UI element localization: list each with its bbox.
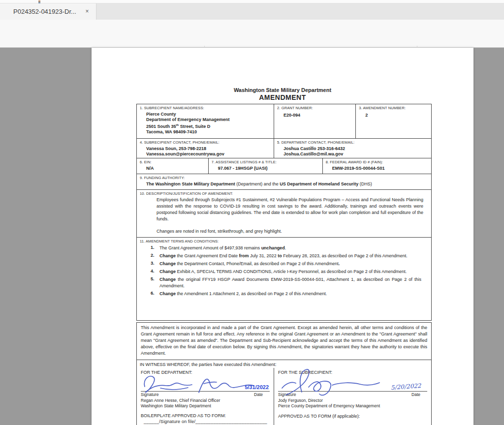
field-value: 2501 South 35th Street, Suite D (146, 122, 271, 129)
field-value: Tacoma, WA 98409-7410 (146, 129, 271, 135)
field-value: The Washington State Military Department… (146, 182, 428, 187)
cell-subrecipient-name: 1. SUBRECIPIENT NAME/ADDRESS: Pierce Cou… (137, 104, 274, 138)
term-number: 5. (151, 276, 159, 289)
field-label: 6. EIN: (140, 160, 205, 164)
cell-funding-authority: 9. FUNDING AUTHORITY: The Washington Sta… (137, 174, 431, 189)
doc-subtitle: AMENDMENT (92, 93, 473, 101)
subrecipient-signature-ink (279, 368, 387, 398)
term-number: 1. (151, 245, 159, 251)
term-text: Change the Department Contact, Phone/Ema… (159, 261, 423, 267)
term-item: 1.The Grant Agreement Amount of $497,938… (151, 245, 423, 251)
witness-line: IN WITNESS WHEREOF, the parties have exe… (137, 360, 431, 368)
term-text: Change the original FFY19 HSGP Award Doc… (159, 276, 423, 289)
term-item: 6.Change the Amendment 1 Attachment 2, a… (151, 291, 423, 297)
subrecipient-date-value: 5/20/2022 (391, 382, 421, 391)
terms-list: 1.The Grant Agreement Amount of $497,938… (151, 245, 423, 297)
field-label: 2. GRANT NUMBER: (277, 106, 352, 110)
pdf-page: Washington State Military Department AME… (92, 48, 473, 425)
tab-title: P024352-041923-Dr... (0, 8, 76, 15)
field-label: 1. SUBRECIPIENT NAME/ADDRESS: (140, 106, 271, 110)
signature-columns: FOR THE DEPARTMENT: 5/31/2022 Signa (137, 368, 431, 425)
term-number: 3. (151, 261, 159, 267)
field-label: 8. FEDERAL AWARD ID # (FAIN): (326, 160, 428, 164)
subrecipient-signer-name: Jody Ferguson, Director (278, 398, 427, 403)
toolbar: / 4389 75% (0, 20, 504, 48)
term-item: 2.Change the Grant Agreement End Date fr… (151, 253, 423, 259)
subrecipient-signature-block: FOR THE SUBRECIPIENT: 5/20/2022 Sig (274, 368, 431, 425)
approved-as-to-form-label: APPROVED AS TO FORM (if applicable): (278, 414, 427, 419)
department-signature-block: FOR THE DEPARTMENT: 5/31/2022 Signa (137, 368, 274, 425)
field-value: Department of Emergency Management (146, 117, 271, 122)
boilerplate-label: BOILERPLATE APPROVED AS TO FORM: (141, 413, 270, 418)
dept-signer-name: Regan Anne Hesse, Chief Financial Office… (141, 398, 270, 403)
dept-signer-org: Washington State Military Department (141, 403, 270, 409)
term-text: Change the Amendment 1 Attachment 2, as … (159, 291, 423, 297)
field-value: 97.067 - 19HSGP (UASI) (218, 166, 319, 171)
field-value: Pierce County (146, 112, 271, 117)
field-value: Joshua.Castillo@mil.wa.gov (284, 152, 428, 157)
description-note: Changes are noted in red font, strikethr… (157, 229, 423, 234)
dept-date-value: 5/31/2022 (245, 384, 269, 390)
cell-subrecipient-contact: 4. SUBRECIPIENT CONTACT, PHONE/EMAIL: Va… (137, 139, 274, 158)
field-value: Vanessa.soun@piercecountrywa.gov (146, 152, 271, 157)
term-text: The Grant Agreement Amount of $497,938 r… (159, 245, 423, 251)
cell-federal-award-id: 8. FEDERAL AWARD ID # (FAIN): EMW-2019-S… (322, 158, 431, 174)
cell-grant-number: 2. GRANT NUMBER: E20-094 (274, 104, 355, 138)
cell-ein: 6. EIN: N/A (137, 158, 208, 174)
field-label: 7. ASSISTANCE LISTINGS # & TITLE: (212, 160, 319, 164)
menu-bar-sliver (0, 0, 504, 3)
boilerplate-signature-line: ______/Signature on file/_______________… (141, 419, 270, 424)
term-text: Change Exhibit A, SPECIAL TERMS AND COND… (159, 269, 423, 275)
field-label: 10. DESCRIPTION/JUSTIFICATION OF AMENDME… (140, 191, 428, 196)
field-label: 3. AMENDMENT NUMBER: (359, 106, 428, 110)
date-label: Date (411, 392, 420, 397)
term-item: 5.Change the original FFY19 HSGP Award D… (151, 276, 423, 289)
dept-signature-row: 5/31/2022 (141, 375, 270, 392)
field-value: N/A (146, 166, 205, 171)
cell-assistance-listings: 7. ASSISTANCE LISTINGS # & TITLE: 97.067… (208, 158, 322, 174)
field-label: 5. DEPARTMENT CONTACT, PHONE/EMAIL: (277, 140, 428, 145)
tab-bar: P024352-041923-Dr... × (0, 3, 504, 20)
description-paragraph: Employees funded through Subprojects #1 … (157, 197, 423, 222)
field-value: EMW-2019-SS-00044-S01 (332, 166, 428, 171)
dept-signature-ink (141, 373, 256, 395)
field-label: 4. SUBRECIPIENT CONTACT, PHONE/EMAIL: (140, 140, 271, 145)
cell-department-contact: 5. DEPARTMENT CONTACT, PHONE/EMAIL: Josh… (274, 139, 431, 158)
field-label: 11. AMENDMENT TERMS AND CONDITIONS: (140, 239, 428, 243)
document-tab[interactable]: P024352-041923-Dr... × (0, 3, 96, 20)
amendment-form-table: 1. SUBRECIPIENT NAME/ADDRESS: Pierce Cou… (136, 104, 432, 321)
term-item: 3.Change the Department Contact, Phone/E… (151, 261, 423, 267)
doc-title: Washington State Military Department (92, 87, 473, 93)
cell-description-justification: 10. DESCRIPTION/JUSTIFICATION OF AMENDME… (137, 190, 431, 237)
term-item: 4.Change Exhibit A, SPECIAL TERMS AND CO… (151, 269, 423, 275)
term-number: 6. (151, 291, 159, 297)
incorporation-paragraph: This Amendment is incorporated in and ma… (137, 323, 431, 360)
field-value: 2 (365, 113, 428, 118)
document-canvas[interactable]: Washington State Military Department AME… (0, 48, 504, 425)
acrobat-window: P024352-041923-Dr... × / 4389 (0, 0, 504, 425)
term-number: 2. (151, 253, 159, 259)
cell-amendment-number: 3. AMENDMENT NUMBER: 2 (355, 104, 431, 138)
execution-section: This Amendment is incorporated in and ma… (136, 322, 432, 425)
subrecipient-signature-row: 5/20/2022 (278, 375, 427, 392)
cell-amendment-terms: 11. AMENDMENT TERMS AND CONDITIONS: 1.Th… (137, 238, 431, 320)
term-text: Change the Grant Agreement End Date from… (159, 253, 423, 259)
term-number: 4. (151, 269, 159, 275)
subrecipient-signer-org: Pierce County Department of Emergency Ma… (278, 403, 427, 409)
field-label: 9. FUNDING AUTHORITY: (140, 176, 428, 180)
field-value: E20-094 (284, 113, 352, 118)
tab-close-icon[interactable]: × (83, 7, 91, 15)
field-value: Vanessa Soun, 253-798-2218 (146, 146, 271, 152)
field-value: Joshua Castillo 253-316-6432 (284, 146, 428, 152)
